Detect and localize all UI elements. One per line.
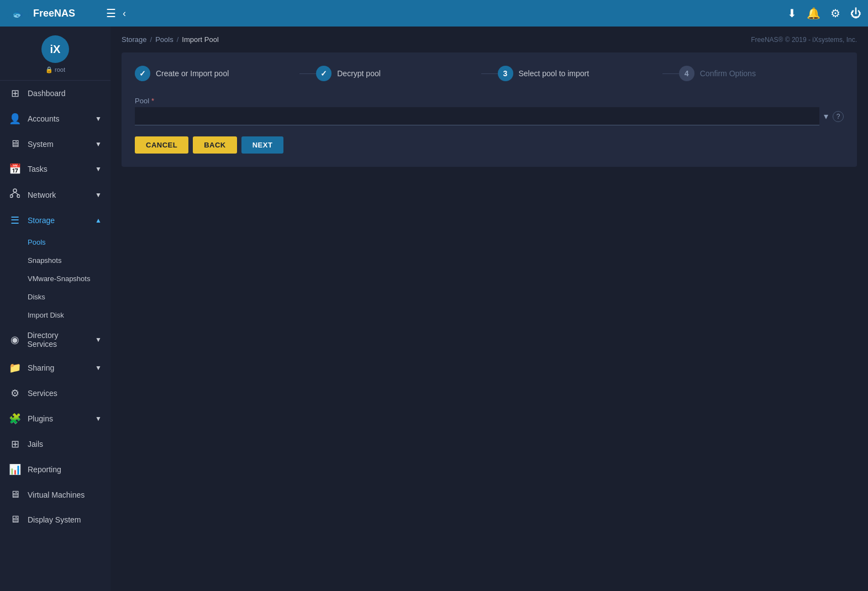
storage-icon: ☰ [9,214,21,226]
sidebar-item-label: Services [28,389,57,398]
step-2-circle: ✓ [316,66,332,81]
step-4-label: Confirm Options [700,69,756,78]
jails-icon: ⊞ [9,438,21,450]
pools-label: Pools [28,238,46,246]
sidebar-sub-item-vmware-snapshots[interactable]: VMware-Snapshots [0,270,111,288]
back-icon[interactable]: ‹ [123,8,126,19]
sidebar-item-system[interactable]: 🖥 System ▼ [0,131,111,156]
chevron-down-icon: ▼ [95,336,102,344]
chevron-down-icon: ▼ [95,364,102,372]
user-name: root [55,66,65,73]
wizard-card: ✓ Create or Import pool ✓ Decrypt pool 3… [122,52,857,167]
sidebar-item-directory-services[interactable]: ◉ Directory Services ▼ [0,324,111,355]
sidebar-item-tasks[interactable]: 📅 Tasks ▼ [0,156,111,182]
copyright-text: FreeNAS® © 2019 - iXsystems, Inc. [751,36,857,44]
step-4-circle: 4 [679,66,695,81]
freenas-logo: 🐟 [7,2,29,24]
header-icons: ⬇ 🔔 ⚙ ⏻ [787,7,861,20]
directory-services-icon: ◉ [9,334,20,346]
import-disk-label: Import Disk [28,311,64,319]
step-2: ✓ Decrypt pool [316,66,481,81]
user-section: iX 🔒 root [0,27,111,81]
top-header: 🐟 FreeNAS ☰ ‹ ⬇ 🔔 ⚙ ⏻ [0,0,868,27]
back-button[interactable]: BACK [193,136,237,154]
sidebar-item-reporting[interactable]: 📊 Reporting [0,457,111,482]
chevron-down-icon: ▼ [95,140,102,148]
sidebar-item-network[interactable]: Network ▼ [0,182,111,208]
avatar-text: iX [50,43,61,56]
breadcrumb-pools[interactable]: Pools [155,35,173,44]
sidebar-item-label: Directory Services [27,331,88,349]
sidebar-item-plugins[interactable]: 🧩 Plugins ▼ [0,406,111,431]
sidebar-item-label: Storage [28,216,55,225]
sidebar-sub-item-disks[interactable]: Disks [0,288,111,306]
cancel-button[interactable]: CANCEL [135,136,188,154]
tasks-icon: 📅 [9,163,21,175]
disks-label: Disks [28,293,45,301]
svg-point-2 [13,189,17,192]
chevron-down-icon: ▼ [95,415,102,423]
vmware-snapshots-label: VMware-Snapshots [28,275,90,283]
download-icon[interactable]: ⬇ [787,7,797,20]
sidebar-item-display-system[interactable]: 🖥 Display System [0,507,111,532]
svg-text:🐟: 🐟 [12,9,23,19]
reporting-icon: 📊 [9,463,21,476]
svg-point-4 [17,195,20,198]
chevron-up-icon: ▲ [95,217,102,224]
step-1-circle: ✓ [135,66,150,81]
sidebar-item-label: Jails [28,440,43,448]
sidebar-sub-item-import-disk[interactable]: Import Disk [0,306,111,324]
required-indicator: * [151,97,154,105]
select-arrow-icon: ▾ [824,111,828,122]
step-2-label: Decrypt pool [337,69,381,78]
sidebar-item-label: Tasks [28,165,48,173]
breadcrumb-storage[interactable]: Storage [122,35,147,44]
sidebar-sub-item-pools[interactable]: Pools [0,233,111,251]
pool-control-row: Pool * [135,97,844,107]
logo-area: 🐟 FreeNAS [7,2,106,24]
sidebar-item-sharing[interactable]: 📁 Sharing ▼ [0,355,111,381]
step-divider-3 [662,73,679,74]
step-1-label: Create or Import pool [156,69,229,78]
pool-select[interactable] [135,107,819,125]
sidebar: iX 🔒 root ⊞ Dashboard 👤 Accounts ▼ 🖥 Sys… [0,27,111,591]
sidebar-item-label: Virtual Machines [28,490,85,499]
step-divider-1 [299,73,316,74]
sidebar-item-label: Network [28,191,56,199]
sidebar-item-storage[interactable]: ☰ Storage ▲ [0,208,111,233]
power-icon[interactable]: ⏻ [850,7,861,20]
sidebar-item-dashboard[interactable]: ⊞ Dashboard [0,81,111,106]
breadcrumb-sep-1: / [150,35,152,44]
step-3: 3 Select pool to import [498,66,662,81]
sidebar-item-label: Accounts [28,114,60,123]
help-icon[interactable]: ? [833,111,844,122]
sidebar-item-jails[interactable]: ⊞ Jails [0,431,111,457]
sidebar-item-virtual-machines[interactable]: 🖥 Virtual Machines [0,482,111,507]
pool-form-group: Pool * ▾ ? [135,97,844,125]
dashboard-icon: ⊞ [9,87,21,99]
breadcrumb: Storage / Pools / Import Pool FreeNAS® ©… [111,27,868,52]
settings-icon[interactable]: ⚙ [830,7,840,20]
network-icon [9,188,21,201]
sidebar-item-services[interactable]: ⚙ Services [0,381,111,406]
main-layout: iX 🔒 root ⊞ Dashboard 👤 Accounts ▼ 🖥 Sys… [0,27,868,591]
sidebar-sub-item-snapshots[interactable]: Snapshots [0,251,111,270]
step-3-label: Select pool to import [519,69,590,78]
sidebar-item-label: Display System [28,515,81,524]
sidebar-item-label: Reporting [28,465,61,474]
sidebar-item-accounts[interactable]: 👤 Accounts ▼ [0,106,111,131]
notification-icon[interactable]: 🔔 [807,7,820,20]
button-row: CANCEL BACK NEXT [135,136,844,154]
step-1: ✓ Create or Import pool [135,66,299,81]
svg-line-5 [12,192,15,195]
hamburger-icon[interactable]: ☰ [106,7,116,20]
sidebar-item-label: Dashboard [28,89,66,98]
user-lock-icon: 🔒 root [45,66,65,73]
pool-label: Pool * [135,97,154,105]
step-divider-2 [481,73,498,74]
stepper: ✓ Create or Import pool ✓ Decrypt pool 3… [135,66,844,81]
next-button[interactable]: NEXT [241,136,284,154]
sharing-icon: 📁 [9,362,21,374]
breadcrumb-current: Import Pool [182,35,218,44]
step-4: 4 Confirm Options [679,66,844,81]
